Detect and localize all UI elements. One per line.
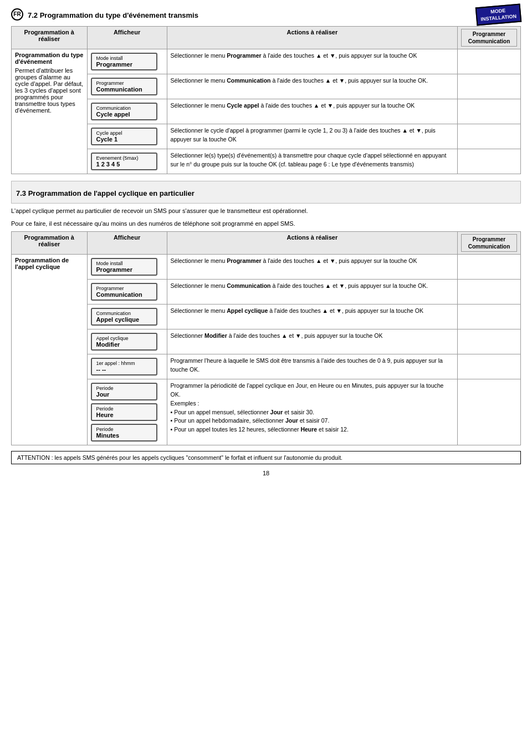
section1-pc-row2 xyxy=(458,99,521,124)
section2-row3: Appel cyclique Modifier Sélectionner Mod… xyxy=(12,329,521,354)
section2-pc-row5 xyxy=(458,379,521,445)
s2-screen-box-row2: Communication Appel cyclique xyxy=(91,308,157,326)
attention-box: ATTENTION : les appels SMS générés pour … xyxy=(11,451,521,464)
page-number: 18 xyxy=(11,470,521,476)
section2-action-row5: Programmer la périodicité de l'appel cyc… xyxy=(167,379,457,445)
section2-screen-row3: Appel cyclique Modifier xyxy=(87,329,167,354)
section2-pc-row3 xyxy=(458,329,521,354)
section2-title-box: 7.3 Programmation de l'appel cyclique en… xyxy=(11,181,521,204)
section1-action-row1: Sélectionner le menu Communication à l'a… xyxy=(167,74,457,99)
section1-screen-row0: Mode install Programmer xyxy=(87,49,167,74)
section1-header-col3: Actions à réaliser xyxy=(167,27,457,49)
s2-screen-box-row5a: Periode Jour xyxy=(91,383,157,400)
section1-action-row0: Sélectionner le menu Programmer à l'aide… xyxy=(167,49,457,74)
section1-action-row3: Sélectionner le cycle d'appel à programm… xyxy=(167,124,457,149)
section1-main-row: Programmation du type d'événement Permet… xyxy=(12,49,521,74)
s2-screen-top-row1: Programmer xyxy=(96,286,152,291)
section1-screen-row1: Programmer Communication xyxy=(87,74,167,99)
section2-action-row1: Sélectionner le menu Communication à l'a… xyxy=(167,280,457,305)
section1-action-row4: Sélectionner le(s) type(s) d'événement(s… xyxy=(167,149,457,174)
section2-pc-row1 xyxy=(458,280,521,305)
section2-screen-row2: Communication Appel cyclique xyxy=(87,305,167,329)
s2-screen-top-row2: Communication xyxy=(96,311,152,316)
s2-screen-top-row5a: Periode xyxy=(96,385,152,391)
s2-screen-box-row5b: Periode Heure xyxy=(91,403,157,421)
screen-bottom-row0: Programmer xyxy=(96,61,152,68)
section1-pc-row0 xyxy=(458,49,521,74)
section2-action-row3: Sélectionner Modifier à l'aide des touch… xyxy=(167,329,457,354)
s2-screen-box-row1: Programmer Communication xyxy=(91,283,157,301)
section2-pc-row2 xyxy=(458,305,521,329)
s2-screen-bottom-row4: -- -- xyxy=(96,366,152,373)
screen-box-row1: Programmer Communication xyxy=(91,78,157,95)
screen-bottom-row4: 1 2 3 4 5 xyxy=(96,161,152,168)
s2-screen-top-row5c: Periode xyxy=(96,427,152,432)
screen-bottom-row3: Cycle 1 xyxy=(96,136,152,143)
section1-prog-comm: Programmer Communication xyxy=(461,29,517,47)
mode-installation-badge: MODE INSTALLATION xyxy=(475,4,521,26)
s2-screen-bottom-row5b: Heure xyxy=(96,412,152,418)
section2-header-col2: Afficheur xyxy=(87,232,167,255)
section2-screen-row5: Periode Jour Periode Heure Periode Minut… xyxy=(87,379,167,445)
section2-screen-row0: Mode install Programmer xyxy=(87,255,167,280)
s2-screen-bottom-row5c: Minutes xyxy=(96,432,152,439)
section1-prog-desc: Permet d'attribuer les groupes d'alarme … xyxy=(15,67,84,114)
section2-action-row2: Sélectionner le menu Appel cyclique à l'… xyxy=(167,305,457,329)
section2-screen-row4: 1er appel : hhmm -- -- xyxy=(87,354,167,379)
section2-wrapper: 7.3 Programmation de l'appel cyclique en… xyxy=(11,181,521,228)
section1-row1: Programmer Communication Sélectionner le… xyxy=(12,74,521,99)
s2-screen-bottom-row0: Programmer xyxy=(96,266,152,273)
section2-title: 7.3 Programmation de l'appel cyclique en… xyxy=(16,189,516,197)
screen-box-row3: Cycle appel Cycle 1 xyxy=(91,128,157,145)
attention-text: ATTENTION : les appels SMS générés pour … xyxy=(17,454,342,461)
section2-prog-comm: Programmer Communication xyxy=(461,234,517,252)
screen-box-row2: Communication Cycle appel xyxy=(91,103,157,120)
section1-header-col2: Afficheur xyxy=(87,27,167,49)
section2-action-row0: Sélectionner le menu Programmer à l'aide… xyxy=(167,255,457,280)
section1-row3: Cycle appel Cycle 1 Sélectionner le cycl… xyxy=(12,124,521,149)
section2-row4: 1er appel : hhmm -- -- Programmer l'heur… xyxy=(12,354,521,379)
section2-row2: Communication Appel cyclique Sélectionne… xyxy=(12,305,521,329)
section1-header-col1: Programmation à réaliser xyxy=(12,27,88,49)
section2-screen-row1: Programmer Communication xyxy=(87,280,167,305)
s2-screen-bottom-row2: Appel cyclique xyxy=(96,316,152,323)
s2-screen-top-row4: 1er appel : hhmm xyxy=(96,361,152,366)
screen-box-row0: Mode install Programmer xyxy=(91,53,157,70)
s2-screen-top-row0: Mode install xyxy=(96,261,152,266)
section1-pc-row3 xyxy=(458,124,521,149)
section2-table: Programmation à réaliser Afficheur Actio… xyxy=(11,231,521,445)
section1-header: FR 7.2 Programmation du type d'événement… xyxy=(11,6,521,24)
screen-top-row1: Programmer xyxy=(96,80,152,86)
section2-main-row: Programmation de l'appel cyclique Mode i… xyxy=(12,255,521,280)
section2-action-row4: Programmer l'heure à laquelle le SMS doi… xyxy=(167,354,457,379)
section2-row5: Periode Jour Periode Heure Periode Minut… xyxy=(12,379,521,445)
section2-intro1: L'appel cyclique permet au particulier d… xyxy=(11,206,521,216)
section1-pc-row1 xyxy=(458,74,521,99)
screen-bottom-row2: Cycle appel xyxy=(96,111,152,118)
screen-top-row2: Communication xyxy=(96,105,152,111)
section2-prog-cell: Programmation de l'appel cyclique xyxy=(12,255,88,445)
s2-screen-bottom-row3: Modifier xyxy=(96,341,152,348)
section2-row1: Programmer Communication Sélectionner le… xyxy=(12,280,521,305)
section1-action-row2: Sélectionner le menu Cycle appel à l'aid… xyxy=(167,99,457,124)
s2-screen-bottom-row1: Communication xyxy=(96,291,152,298)
section2-header-col1: Programmation à réaliser xyxy=(12,232,88,255)
section1-screen-row2: Communication Cycle appel xyxy=(87,99,167,124)
s2-screen-bottom-row5a: Jour xyxy=(96,391,152,398)
section1-row2: Communication Cycle appel Sélectionner l… xyxy=(12,99,521,124)
section1-prog-label: Programmation du type d'événement xyxy=(15,52,84,65)
s2-screen-box-row5c: Periode Minutes xyxy=(91,424,157,442)
section1-table: Programmation à réaliser Afficheur Actio… xyxy=(11,26,521,174)
section1-row4: Evenement (5max) 1 2 3 4 5 Sélectionner … xyxy=(12,149,521,174)
screen-top-row4: Evenement (5max) xyxy=(96,155,152,161)
s2-screen-box-row0: Mode install Programmer xyxy=(91,258,157,276)
section1-screen-row4: Evenement (5max) 1 2 3 4 5 xyxy=(87,149,167,174)
section2-intro2: Pour ce faire, il est nécessaire qu'au m… xyxy=(11,219,521,229)
s2-screen-top-row5b: Periode xyxy=(96,406,152,412)
screen-bottom-row1: Communication xyxy=(96,86,152,93)
section1-header-col4: Programmer Communication xyxy=(458,27,521,49)
section2-pc-row0 xyxy=(458,255,521,280)
fr-badge: FR xyxy=(11,8,23,21)
section1-screen-row3: Cycle appel Cycle 1 xyxy=(87,124,167,149)
section1-prog-cell: Programmation du type d'événement Permet… xyxy=(12,49,88,174)
